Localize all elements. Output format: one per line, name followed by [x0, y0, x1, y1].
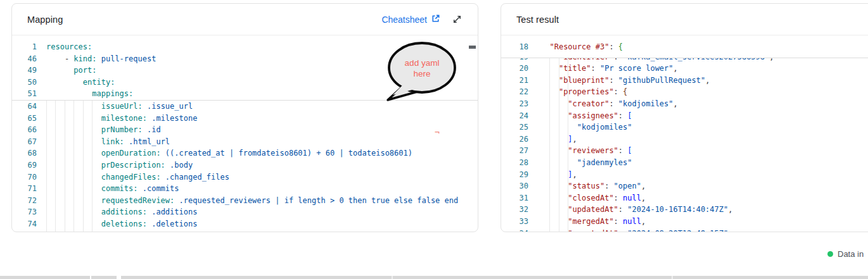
line-number: 25	[501, 121, 537, 133]
app-canvas: Mapping Cheatsheet 1resources:46 - kind:…	[0, 0, 868, 279]
line-number: 65	[12, 113, 45, 125]
vertical-scrollbar-thumb[interactable]	[469, 46, 476, 49]
code-text: "Resource #3": {	[537, 41, 623, 53]
code-text: resources:	[45, 41, 92, 53]
line-number: 73	[12, 206, 45, 218]
line-number: 1	[12, 41, 45, 53]
code-line[interactable]: 69 prDescription: .body	[12, 159, 478, 171]
line-number: 32	[501, 204, 537, 216]
code-line[interactable]: 22 "properties": {	[501, 86, 868, 98]
code-line[interactable]: 20 "title": "Pr score lower",	[501, 63, 868, 75]
code-line[interactable]: 72 requestedReview: .requested_reviewers…	[12, 195, 478, 207]
line-number: 22	[501, 86, 537, 98]
code-line[interactable]: 26 ],	[501, 133, 868, 146]
line-number: 18	[501, 41, 537, 53]
test-result-panel: Test result 18 "Resource #3": { 19 "iden…	[501, 3, 868, 232]
sticky-context-lines: 18 "Resource #3": {	[501, 35, 868, 58]
table-column-divider	[117, 276, 121, 279]
code-text: "mergedAt": null,	[537, 216, 646, 228]
cheatsheet-label: Cheatsheet	[381, 15, 427, 25]
line-number: 20	[501, 63, 537, 75]
code-line[interactable]: 73 additions: .additions	[12, 206, 478, 218]
code-line[interactable]: 34 "createdAt": "2024-08-20T12:49:15Z",	[501, 228, 868, 233]
code-line[interactable]: 65 milestone: .milestone	[12, 113, 478, 125]
external-link-icon	[431, 14, 440, 25]
code-line[interactable]: 71 commits: .commits	[12, 183, 478, 195]
code-text: requestedReview: .requested_reviewers | …	[45, 195, 458, 207]
mapping-panel-header: Mapping Cheatsheet	[12, 4, 478, 35]
table-column-divider	[392, 276, 393, 279]
code-line[interactable]: 19 "identifier": "kafka_email_services20…	[501, 58, 868, 63]
code-text: additions: .additions	[45, 206, 197, 218]
code-line[interactable]: 24 "assignees": [	[501, 110, 868, 122]
line-number: 27	[501, 145, 537, 157]
code-line[interactable]: 32 "updatedAt": "2024-10-16T14:40:47Z",	[501, 204, 868, 216]
code-text: mappings:	[45, 88, 133, 100]
code-line[interactable]: 21 "blueprint": "githubPullRequest",	[501, 75, 868, 87]
code-text: "reviewers": [	[537, 145, 632, 157]
line-number: 68	[12, 147, 45, 159]
code-text: "status": "open",	[537, 180, 646, 192]
code-line[interactable]: 67 link: .html_url	[12, 136, 478, 148]
expand-icon[interactable]	[452, 14, 463, 25]
data-status-indicator: Data in	[827, 249, 864, 259]
code-text: deletions: .deletions	[45, 218, 197, 230]
code-text: "blueprint": "githubPullRequest",	[537, 75, 710, 87]
code-text: changedFiles: .changed_files	[45, 171, 229, 183]
code-text: "assignees": [	[537, 110, 632, 122]
line-number: 70	[12, 171, 45, 183]
status-label: Data in	[838, 249, 864, 259]
code-text: "closedAt": null,	[537, 192, 646, 204]
code-text: openDuration: ((.created_at | fromdateis…	[45, 147, 412, 159]
code-text: link: .html_url	[45, 136, 170, 148]
bubble-text-line1: add yaml	[405, 58, 440, 68]
code-line[interactable]: 29 ],	[501, 169, 868, 181]
code-text: "properties": {	[537, 86, 627, 98]
line-number: 64	[12, 101, 45, 113]
status-green-dot	[827, 251, 833, 257]
line-number: 29	[501, 169, 537, 181]
line-number: 49	[12, 65, 45, 77]
code-text: prNumber: .id	[45, 124, 161, 136]
code-line[interactable]: 23 "creator": "kodjomiles",	[501, 98, 868, 110]
json-result-viewer[interactable]: 18 "Resource #3": { 19 "identifier": "ka…	[501, 35, 868, 232]
line-number: 28	[501, 157, 537, 169]
cheatsheet-link[interactable]: Cheatsheet	[381, 14, 440, 25]
code-line[interactable]: 70 changedFiles: .changed_files	[12, 171, 478, 183]
code-text: "jadenmyles"	[537, 157, 632, 169]
line-number: 66	[12, 124, 45, 136]
code-text: port:	[45, 65, 96, 77]
code-text: "creator": "kodjomiles",	[537, 98, 678, 110]
code-line[interactable]: 28 "jadenmyles"	[501, 157, 868, 169]
code-line[interactable]: 18 "Resource #3": {	[501, 41, 868, 53]
line-number: 50	[12, 77, 45, 89]
code-text: entity:	[45, 77, 115, 89]
line-number: 46	[12, 53, 45, 65]
code-line[interactable]: 68 openDuration: ((.created_at | fromdat…	[12, 147, 478, 159]
code-line[interactable]: 74 deletions: .deletions	[12, 218, 478, 230]
mapping-title: Mapping	[27, 15, 63, 25]
line-number: 69	[12, 159, 45, 171]
line-number: 67	[12, 136, 45, 148]
line-number: 33	[501, 216, 537, 228]
code-text: issueUrl: .issue_url	[45, 101, 193, 113]
code-line[interactable]: 66 prNumber: .id	[12, 124, 478, 136]
line-number: 71	[12, 183, 45, 195]
yaml-editor-content[interactable]: 64 issueUrl: .issue_url65 milestone: .mi…	[12, 101, 478, 232]
code-text: "identifier": "kafka_email_services20275…	[537, 58, 774, 63]
code-line[interactable]: 25 "kodjomiles"	[501, 121, 868, 133]
json-viewer-content[interactable]: 19 "identifier": "kafka_email_services20…	[501, 58, 868, 232]
line-number: 24	[501, 110, 537, 122]
code-line[interactable]: 30 "status": "open",	[501, 180, 868, 192]
line-number: 51	[12, 88, 45, 100]
code-line[interactable]: 31 "closedAt": null,	[501, 192, 868, 204]
line-number: 26	[501, 133, 537, 146]
line-number: 23	[501, 98, 537, 110]
test-result-panel-header: Test result	[501, 4, 868, 35]
line-number: 74	[12, 218, 45, 230]
mapping-panel: Mapping Cheatsheet 1resources:46 - kind:…	[11, 3, 478, 232]
code-line[interactable]: 33 "mergedAt": null,	[501, 216, 868, 228]
code-line[interactable]: 27 "reviewers": [	[501, 145, 868, 157]
code-text: "updatedAt": "2024-10-16T14:40:47Z",	[537, 204, 732, 216]
test-result-title: Test result	[516, 15, 559, 25]
